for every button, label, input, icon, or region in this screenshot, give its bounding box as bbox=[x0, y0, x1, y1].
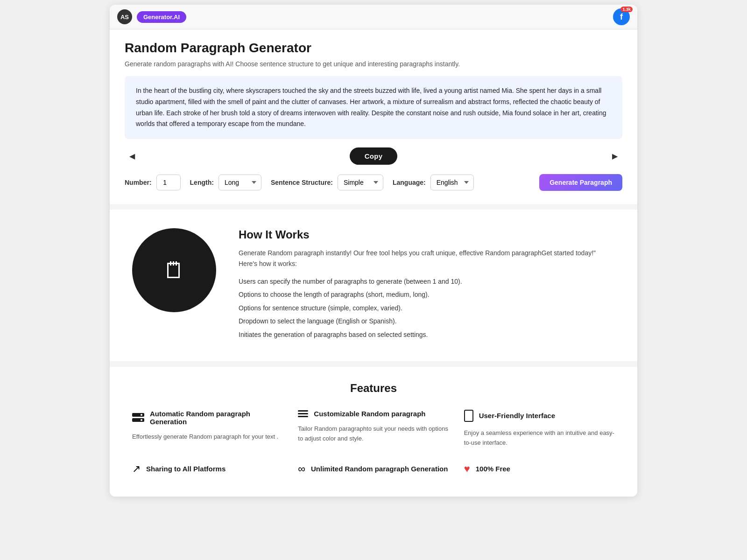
feature-item-2: Customizable Random paragraph Tailor Ran… bbox=[298, 410, 449, 448]
structure-label: Sentence Structure: bbox=[271, 179, 333, 186]
feature-2-desc: Tailor Random paragraphto suit your need… bbox=[298, 424, 449, 444]
number-input[interactable] bbox=[156, 175, 181, 190]
number-setting: Number: bbox=[125, 175, 181, 190]
copy-button[interactable]: Copy bbox=[350, 147, 398, 165]
number-label: Number: bbox=[125, 179, 152, 186]
generate-button[interactable]: Generate Paragraph bbox=[539, 174, 622, 191]
settings-row: Number: Length: Long Short Medium Senten… bbox=[125, 174, 622, 191]
feature-item-3: User-Friendly Interface Enjoy a seamless… bbox=[464, 410, 615, 448]
how-step-3: Options for sentence structure (simple, … bbox=[239, 303, 615, 313]
feature-b3-icon-row: ♥ 100% Free bbox=[464, 463, 615, 475]
feature-item-1: Automatic Random paragraph Generation Ef… bbox=[132, 410, 283, 448]
feature-3-name: User-Friendly Interface bbox=[479, 412, 555, 420]
document-icon: 🗒 bbox=[163, 258, 185, 283]
facebook-icon[interactable]: f 1.3k bbox=[613, 8, 630, 25]
browser-toolbar: AS Generator.AI f 1.3k bbox=[110, 5, 637, 29]
how-it-works-card: 🗒 How It Works Generate Random paragraph… bbox=[110, 210, 637, 361]
how-icon-wrapper: 🗒 bbox=[132, 228, 216, 312]
prev-button[interactable]: ◀ bbox=[125, 149, 140, 164]
how-step-1: Users can specify the number of paragrap… bbox=[239, 276, 615, 287]
how-circle-icon: 🗒 bbox=[132, 228, 216, 312]
how-steps-list: Users can specify the number of paragrap… bbox=[239, 276, 615, 340]
tablet-icon bbox=[464, 410, 473, 422]
feature-b2-name: Unlimited Random paragraph Generation bbox=[311, 465, 448, 473]
feature-bottom-3: ♥ 100% Free bbox=[464, 463, 615, 482]
infinity-icon: ∞ bbox=[298, 463, 305, 475]
feature-2-icon-row: Customizable Random paragraph bbox=[298, 410, 449, 418]
feature-2-name: Customizable Random paragraph bbox=[314, 410, 425, 418]
user-avatar: AS bbox=[117, 9, 132, 24]
feature-b3-name: 100% Free bbox=[476, 465, 510, 473]
paragraph-text: In the heart of the bustling city, where… bbox=[136, 87, 606, 127]
how-description: Generate Random paragraph instantly! Our… bbox=[239, 248, 615, 269]
brand-label[interactable]: Generator.AI bbox=[137, 11, 186, 23]
feature-1-desc: Effortlessly generate Random paragraph f… bbox=[132, 432, 283, 442]
feature-1-name: Automatic Random paragraph Generation bbox=[150, 410, 283, 426]
page-subtitle: Generate random paragraphs with AI! Choo… bbox=[125, 60, 622, 68]
heart-icon: ♥ bbox=[464, 463, 470, 475]
paragraph-display: In the heart of the bustling city, where… bbox=[125, 76, 622, 139]
lines-icon bbox=[298, 410, 308, 417]
how-step-2: Options to choose the length of paragrap… bbox=[239, 289, 615, 300]
how-step-4: Dropdown to select the language (English… bbox=[239, 316, 615, 326]
feature-b1-icon-row: ↗ Sharing to All Platforms bbox=[132, 463, 283, 475]
feature-1-icon-row: Automatic Random paragraph Generation bbox=[132, 410, 283, 426]
share-icon: ↗ bbox=[132, 463, 141, 475]
feature-3-desc: Enjoy a seamless experience with an intu… bbox=[464, 428, 615, 448]
length-label: Length: bbox=[190, 179, 214, 186]
features-card: Features bbox=[110, 367, 637, 497]
generator-card: Random Paragraph Generator Generate rand… bbox=[110, 29, 637, 204]
browser-window: AS Generator.AI f 1.3k Random Paragraph … bbox=[110, 5, 637, 497]
structure-setting: Sentence Structure: Simple Complex Varie… bbox=[271, 175, 383, 190]
features-title: Features bbox=[132, 382, 615, 395]
how-title: How It Works bbox=[239, 228, 615, 241]
features-grid: Automatic Random paragraph Generation Ef… bbox=[132, 410, 615, 448]
server-icon bbox=[132, 413, 144, 422]
length-setting: Length: Long Short Medium bbox=[190, 175, 261, 190]
page-title: Random Paragraph Generator bbox=[125, 41, 622, 56]
feature-bottom-2: ∞ Unlimited Random paragraph Generation bbox=[298, 463, 449, 482]
controls-row: ◀ Copy ▶ bbox=[125, 147, 622, 165]
feature-b1-name: Sharing to All Platforms bbox=[146, 465, 226, 473]
features-bottom-row: ↗ Sharing to All Platforms ∞ Unlimited R… bbox=[132, 463, 615, 482]
structure-select[interactable]: Simple Complex Varied bbox=[338, 175, 383, 190]
how-content: How It Works Generate Random paragraph i… bbox=[239, 228, 615, 343]
page-content: Random Paragraph Generator Generate rand… bbox=[110, 29, 637, 497]
feature-3-icon-row: User-Friendly Interface bbox=[464, 410, 615, 422]
language-label: Language: bbox=[393, 179, 426, 186]
feature-bottom-1: ↗ Sharing to All Platforms bbox=[132, 463, 283, 482]
next-button[interactable]: ▶ bbox=[607, 149, 622, 164]
length-select[interactable]: Long Short Medium bbox=[218, 175, 261, 190]
social-count-badge: 1.3k bbox=[620, 7, 633, 12]
feature-b2-icon-row: ∞ Unlimited Random paragraph Generation bbox=[298, 463, 449, 475]
how-step-5: Initiates the generation of paragraphs b… bbox=[239, 329, 615, 340]
language-select[interactable]: English Spanish bbox=[430, 175, 474, 190]
language-setting: Language: English Spanish bbox=[393, 175, 474, 190]
